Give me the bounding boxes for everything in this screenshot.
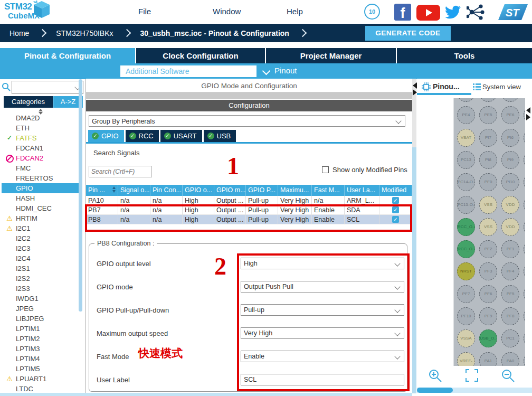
youtube-icon[interactable]: [416, 5, 440, 21]
pin-nrst[interactable]: NRST: [457, 262, 475, 280]
breadcrumb-mcu[interactable]: STM32H750IBKx: [56, 29, 113, 37]
sidebar-item-jpeg[interactable]: JPEG: [2, 304, 81, 314]
sidebar-tab-categories[interactable]: Categories: [4, 96, 53, 108]
sidebar-item-hdmi-cec[interactable]: HDMI_CEC: [2, 203, 81, 213]
pin-pi7[interactable]: PI7: [479, 129, 497, 147]
menu-help[interactable]: Help: [287, 7, 303, 16]
pin-pe6[interactable]: PE6: [501, 106, 519, 124]
sidebar-item-lpuart1[interactable]: ⚠LPUART1: [2, 374, 81, 384]
sidebar-item-lptim2[interactable]: LPTIM2: [2, 334, 81, 344]
pin-pf1[interactable]: PF1: [501, 240, 519, 258]
sidebar-item-i2s2[interactable]: I2S2: [2, 274, 81, 284]
zoom-out-icon[interactable]: [501, 369, 515, 383]
pin[interactable]: [524, 285, 525, 303]
signal-row-pb7[interactable]: PB7n/an/aHighOutput ...Pull-upVery HighE…: [86, 205, 412, 215]
pin-pf10[interactable]: PF10: [457, 307, 475, 325]
pin-vref[interactable]: VREF-: [457, 352, 475, 366]
pin-pc15-o[interactable]: PC15-O..: [457, 196, 475, 214]
tab-project-manager[interactable]: Project Manager: [266, 48, 397, 63]
pin-pe5[interactable]: PE5: [479, 106, 497, 124]
pin-pf9[interactable]: PF9: [479, 307, 497, 325]
sidebar-item-i2s1[interactable]: I2S1: [2, 263, 81, 274]
tab-pinout-configuration[interactable]: Pinout & Configuration: [0, 48, 136, 63]
best-fit-icon[interactable]: [466, 369, 478, 382]
sidebar-item-fmc[interactable]: FMC: [2, 163, 81, 173]
modified-checkbox[interactable]: ✓: [392, 216, 399, 223]
sort-icon[interactable]: [2, 109, 81, 113]
pin[interactable]: [524, 218, 525, 236]
pin-pc14-o[interactable]: PC14-O..: [457, 173, 475, 191]
pin-pi8[interactable]: PI8: [479, 151, 497, 169]
breadcrumb-home[interactable]: Home: [10, 29, 29, 37]
pin-pa1[interactable]: PA1: [479, 352, 497, 366]
modified-checkbox[interactable]: ✓: [392, 197, 399, 204]
pin-pf6[interactable]: PF6: [479, 285, 497, 303]
pin-pf3[interactable]: PF3: [479, 262, 497, 280]
sidebar-item-ltdc[interactable]: LTDC: [2, 384, 81, 393]
pin-vbat[interactable]: VBAT: [457, 129, 475, 147]
pin-pi10[interactable]: PI10: [501, 173, 519, 191]
pin-usb-o[interactable]: USB_O..: [479, 329, 497, 347]
pin-pi6[interactable]: PI6: [501, 129, 519, 147]
group-by-select[interactable]: Group By Peripherals: [89, 115, 405, 127]
twitter-icon[interactable]: [444, 4, 462, 20]
column-header-pin-con[interactable]: Pin Con...: [150, 185, 183, 196]
sidebar-item-lptim3[interactable]: LPTIM3: [2, 344, 81, 354]
column-header-gpio-m[interactable]: GPIO m...: [214, 185, 246, 196]
tab-clock-configuration[interactable]: Clock Configuration: [136, 48, 266, 63]
pin[interactable]: [524, 196, 525, 214]
ten-years-badge-icon[interactable]: 10: [364, 4, 380, 20]
peripheral-tab-usart[interactable]: ✓USART: [160, 130, 202, 142]
pin-pi9[interactable]: PI9: [501, 151, 519, 169]
pinout-menu[interactable]: Pinout: [274, 66, 297, 75]
generate-code-button[interactable]: GENERATE CODE: [365, 26, 451, 41]
sidebar-scrollbar[interactable]: [79, 79, 82, 312]
pin[interactable]: [524, 262, 525, 280]
field-select[interactable]: Pull-up: [241, 304, 404, 316]
pin[interactable]: [501, 98, 519, 102]
pin-pf0[interactable]: PF0: [479, 173, 497, 191]
field-select[interactable]: Enable: [241, 351, 404, 362]
sidebar-item-i2c3[interactable]: I2C3: [2, 243, 81, 253]
column-header-gpio-o[interactable]: GPIO o...: [183, 185, 214, 196]
pin-pf7[interactable]: PF7: [457, 285, 475, 303]
column-header-maximu[interactable]: Maximu...: [278, 185, 312, 196]
pin-pc13[interactable]: PC13: [457, 151, 475, 169]
column-header-signal-o[interactable]: Signal o...: [118, 185, 150, 196]
pin-pa0[interactable]: PA0: [501, 352, 519, 366]
show-only-modified-checkbox[interactable]: [322, 166, 329, 173]
pin[interactable]: [524, 106, 525, 124]
signals-search-input[interactable]: [89, 166, 152, 177]
sidebar-item-fdcan1[interactable]: FDCAN1: [2, 143, 81, 153]
sidebar-item-i2c2[interactable]: I2C2: [2, 233, 81, 243]
field-select[interactable]: Very High: [241, 327, 404, 339]
signal-row-pb8[interactable]: PB8n/an/aHighOutput ...Pull-upVery HighE…: [86, 215, 412, 224]
panel-scrollbar[interactable]: [412, 79, 416, 393]
pin[interactable]: [457, 98, 475, 102]
menu-window[interactable]: Window: [213, 7, 241, 16]
peripheral-tab-rcc[interactable]: ✓RCC: [126, 130, 159, 142]
sidebar-item-dma2d[interactable]: DMA2D: [2, 113, 81, 123]
column-header-fast-m[interactable]: Fast M...: [312, 185, 345, 196]
pin-pc1[interactable]: PC1: [501, 329, 519, 347]
pinout-hscrollbar[interactable]: [417, 388, 532, 393]
pin-vssa[interactable]: VSSA: [457, 329, 475, 347]
additional-software-button[interactable]: Additional Software: [120, 65, 256, 77]
pin-vss[interactable]: VSS: [479, 218, 497, 236]
pin-rcc-o[interactable]: RCC_O..: [457, 218, 475, 236]
sidebar-search-combo[interactable]: [12, 81, 83, 94]
sidebar-item-i2c1[interactable]: ⚠I2C1: [2, 223, 81, 233]
sidebar-item-gpio[interactable]: GPIO: [2, 183, 81, 193]
sidebar-item-i2c4[interactable]: I2C4: [2, 253, 81, 263]
column-header-modified[interactable]: Modified: [379, 185, 412, 196]
sidebar-item-libjpeg[interactable]: LIBJPEG: [2, 314, 81, 324]
st-logo-icon[interactable]: ST: [491, 2, 530, 22]
signal-row-pa10[interactable]: PA10n/an/aHighOutput ...Pull-upVery High…: [86, 196, 412, 205]
pin[interactable]: [524, 98, 525, 102]
network-icon[interactable]: [467, 4, 484, 20]
pin[interactable]: [479, 98, 497, 102]
tab-tools[interactable]: Tools: [397, 48, 532, 63]
sidebar-item-eth[interactable]: ETH: [2, 123, 81, 133]
column-header-pin[interactable]: Pin ...: [86, 185, 118, 196]
sidebar-item-lptim5[interactable]: LPTIM5: [2, 364, 81, 374]
